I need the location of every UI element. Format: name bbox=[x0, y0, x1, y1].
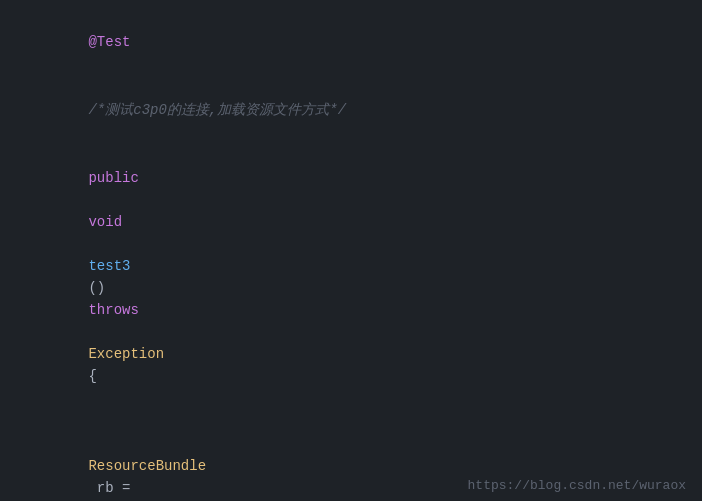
type-resourcebundle: ResourceBundle bbox=[88, 458, 206, 474]
keyword-throws: throws bbox=[88, 302, 138, 318]
line-content-1: @Test bbox=[30, 9, 702, 75]
space bbox=[88, 192, 96, 208]
brace: { bbox=[88, 368, 96, 384]
annotation-token: @Test bbox=[88, 34, 130, 50]
keyword-void: void bbox=[88, 214, 122, 230]
url-watermark: https://blog.csdn.net/wuraox bbox=[468, 478, 686, 493]
method-name: test3 bbox=[88, 258, 130, 274]
line-content-3: public void test3 () throws Exception { bbox=[30, 145, 702, 409]
code-line-3: public void test3 () throws Exception { bbox=[0, 144, 702, 410]
paren: () bbox=[88, 280, 105, 296]
indent bbox=[88, 436, 122, 452]
space: rb = bbox=[88, 480, 138, 496]
space bbox=[88, 236, 96, 252]
line-content-2: /*测试c3p0的连接,加载资源文件方式*/ bbox=[30, 77, 702, 143]
space bbox=[88, 324, 96, 340]
keyword-public: public bbox=[88, 170, 138, 186]
code-editor: @Test /*测试c3p0的连接,加载资源文件方式*/ public void… bbox=[0, 0, 702, 501]
code-line-1: @Test bbox=[0, 8, 702, 76]
comment-token: /*测试c3p0的连接,加载资源文件方式*/ bbox=[88, 102, 346, 118]
exception-type: Exception bbox=[88, 346, 164, 362]
code-line-2: /*测试c3p0的连接,加载资源文件方式*/ bbox=[0, 76, 702, 144]
